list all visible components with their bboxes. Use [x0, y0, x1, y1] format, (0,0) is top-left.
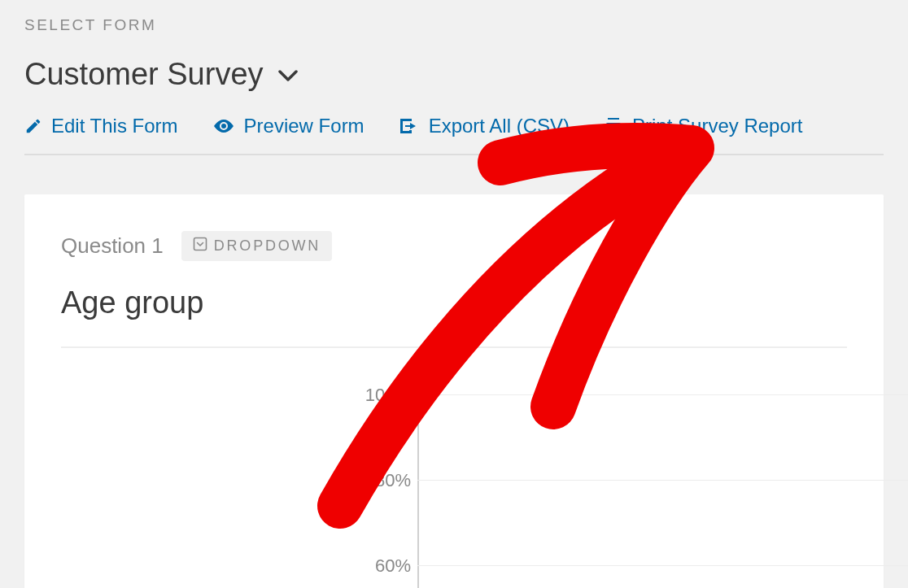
eye-icon: [212, 117, 235, 135]
grid-line: [417, 565, 908, 566]
field-type-badge: DROPDOWN: [181, 231, 332, 261]
svg-rect-0: [194, 238, 206, 250]
y-tick-label: 100%: [365, 385, 411, 406]
print-report-label: Print Survey Report: [632, 115, 802, 137]
print-report-button[interactable]: Print Survey Report: [604, 115, 802, 137]
y-axis-line: [417, 394, 419, 588]
edit-form-button[interactable]: Edit This Form: [24, 115, 178, 137]
y-tick-label: 80%: [375, 470, 411, 491]
grid-line: [417, 394, 908, 395]
form-selector[interactable]: Customer Survey: [24, 57, 884, 92]
export-csv-label: Export All (CSV): [429, 115, 570, 137]
print-icon: [604, 116, 623, 136]
chart-area: 100% 80% 60%: [61, 385, 847, 588]
question-card: Question 1 DROPDOWN Age group 100%: [24, 194, 884, 588]
select-form-label: SELECT FORM: [24, 16, 884, 34]
export-csv-button[interactable]: Export All (CSV): [399, 115, 570, 137]
question-number: Question 1: [61, 233, 164, 259]
export-icon: [399, 117, 420, 135]
action-row: Edit This Form Preview Form Export All (…: [24, 115, 884, 155]
y-tick-label: 60%: [375, 555, 411, 577]
pencil-icon: [24, 117, 42, 135]
form-title: Customer Survey: [24, 57, 264, 92]
preview-form-button[interactable]: Preview Form: [212, 115, 365, 137]
edit-form-label: Edit This Form: [51, 115, 178, 137]
question-title: Age group: [61, 285, 847, 348]
y-axis: 100% 80% 60%: [61, 385, 411, 588]
grid-line: [417, 480, 908, 481]
field-type-label: DROPDOWN: [214, 237, 321, 255]
dropdown-icon: [193, 237, 207, 255]
chevron-down-icon: [278, 68, 298, 86]
preview-form-label: Preview Form: [244, 115, 365, 137]
